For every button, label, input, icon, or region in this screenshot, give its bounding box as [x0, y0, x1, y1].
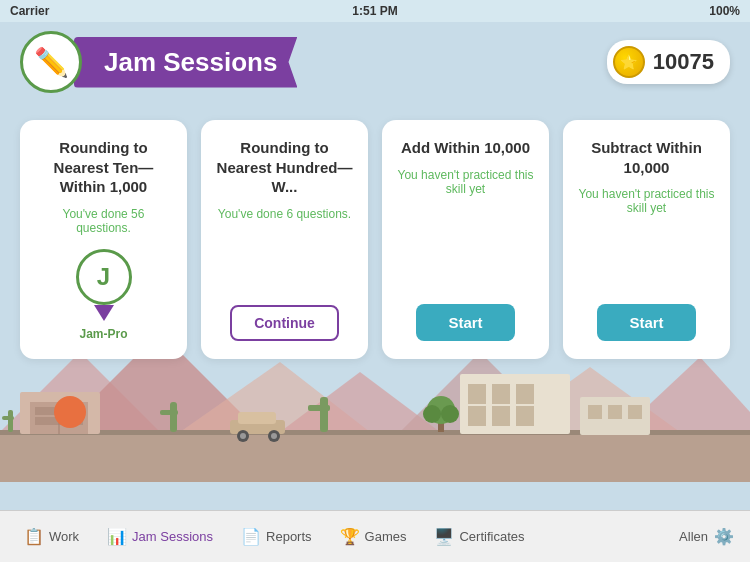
- nav-item-certificates[interactable]: 🖥️ Certificates: [420, 519, 538, 554]
- coins-display: ⭐ 10075: [607, 40, 730, 84]
- svg-rect-7: [0, 430, 750, 482]
- nav-reports-label: Reports: [266, 529, 312, 544]
- svg-point-41: [54, 396, 86, 428]
- card-3-title: Add Within 10,000: [401, 138, 530, 158]
- bottom-nav: 📋 Work 📊 Jam Sessions 📄 Reports 🏆 Games …: [0, 510, 750, 562]
- card-1-title: Rounding to Nearest Ten— Within 1,000: [34, 138, 173, 197]
- svg-rect-34: [588, 405, 602, 419]
- certificates-icon: 🖥️: [434, 527, 454, 546]
- card-4-progress: You haven't practiced this skill yet: [577, 187, 716, 215]
- header-title: Jam Sessions: [104, 47, 277, 77]
- svg-rect-14: [8, 410, 13, 432]
- svg-rect-31: [492, 406, 510, 426]
- svg-rect-27: [468, 384, 486, 404]
- svg-rect-30: [468, 406, 486, 426]
- nav-items: 📋 Work 📊 Jam Sessions 📄 Reports 🏆 Games …: [10, 519, 539, 554]
- start-button-subtract[interactable]: Start: [597, 304, 695, 341]
- card-2-title: Rounding to Nearest Hundred—W...: [215, 138, 354, 197]
- svg-point-21: [240, 433, 246, 439]
- header: ✏️ Jam Sessions ⭐ 10075: [0, 22, 750, 102]
- reports-icon: 📄: [241, 527, 261, 546]
- card-rounding-ten[interactable]: Rounding to Nearest Ten— Within 1,000 Yo…: [20, 120, 187, 359]
- svg-point-40: [441, 405, 459, 423]
- status-bar: Carrier 1:51 PM 100%: [0, 0, 750, 22]
- card-4-title: Subtract Within 10,000: [577, 138, 716, 177]
- nav-item-jamsessions[interactable]: 📊 Jam Sessions: [93, 519, 227, 554]
- card-3-progress: You haven't practiced this skill yet: [396, 168, 535, 196]
- nav-jamsessions-label: Jam Sessions: [132, 529, 213, 544]
- games-icon: 🏆: [340, 527, 360, 546]
- nav-right-user[interactable]: Allen ⚙️: [679, 527, 740, 546]
- time-label: 1:51 PM: [352, 4, 397, 18]
- svg-rect-36: [628, 405, 642, 419]
- jamsessions-icon: 📊: [107, 527, 127, 546]
- card-add-10000[interactable]: Add Within 10,000 You haven't practiced …: [382, 120, 549, 359]
- svg-rect-35: [608, 405, 622, 419]
- badge-container: J Jam-Pro: [76, 249, 132, 341]
- card-subtract-10000[interactable]: Subtract Within 10,000 You haven't pract…: [563, 120, 730, 359]
- nav-item-games[interactable]: 🏆 Games: [326, 519, 421, 554]
- svg-rect-19: [238, 412, 276, 424]
- logo-icon: ✏️: [34, 46, 69, 79]
- badge-ribbon: [94, 305, 114, 321]
- svg-rect-16: [170, 402, 177, 432]
- svg-point-39: [423, 405, 441, 423]
- svg-rect-24: [320, 397, 328, 432]
- svg-rect-28: [492, 384, 510, 404]
- work-icon: 📋: [24, 527, 44, 546]
- coins-value: 10075: [653, 49, 714, 75]
- svg-point-23: [271, 433, 277, 439]
- user-label: Allen: [679, 529, 708, 544]
- card-rounding-hundred[interactable]: Rounding to Nearest Hundred—W... You've …: [201, 120, 368, 359]
- coin-icon: ⭐: [613, 46, 645, 78]
- logo-circle: ✏️: [20, 31, 82, 93]
- nav-item-reports[interactable]: 📄 Reports: [227, 519, 326, 554]
- svg-rect-17: [160, 410, 178, 415]
- card-1-progress: You've done 56 questions.: [34, 207, 173, 235]
- header-title-banner: Jam Sessions: [74, 37, 297, 88]
- svg-rect-32: [516, 406, 534, 426]
- nav-work-label: Work: [49, 529, 79, 544]
- continue-button[interactable]: Continue: [230, 305, 339, 341]
- cards-row: Rounding to Nearest Ten— Within 1,000 Yo…: [0, 102, 750, 377]
- nav-item-work[interactable]: 📋 Work: [10, 519, 93, 554]
- header-logo: ✏️ Jam Sessions: [20, 31, 297, 93]
- svg-rect-29: [516, 384, 534, 404]
- svg-rect-15: [2, 416, 14, 420]
- start-button-add[interactable]: Start: [416, 304, 514, 341]
- battery-label: 100%: [709, 4, 740, 18]
- nav-certificates-label: Certificates: [459, 529, 524, 544]
- nav-games-label: Games: [365, 529, 407, 544]
- card-2-progress: You've done 6 questions.: [218, 207, 351, 221]
- badge-label: Jam-Pro: [79, 327, 127, 341]
- svg-rect-25: [308, 405, 330, 411]
- main-content: Rounding to Nearest Ten— Within 1,000 Yo…: [0, 102, 750, 482]
- badge-circle: J: [76, 249, 132, 305]
- gear-icon[interactable]: ⚙️: [714, 527, 734, 546]
- carrier-label: Carrier: [10, 4, 49, 18]
